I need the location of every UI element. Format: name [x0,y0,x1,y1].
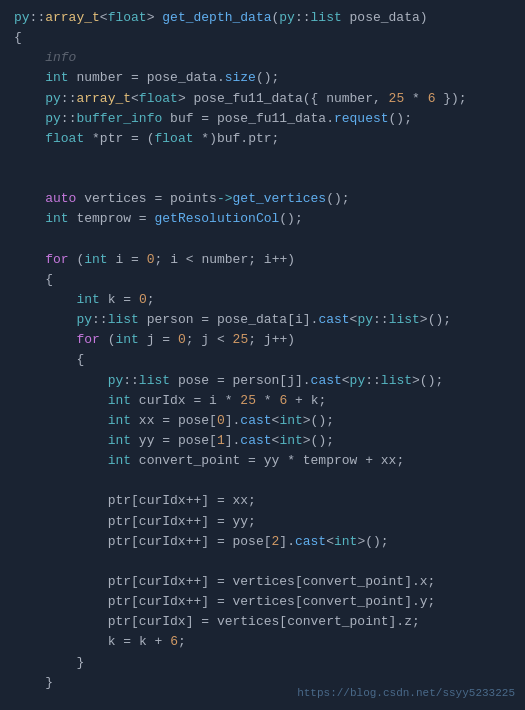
line-content [14,552,515,572]
line-content: int xx = pose[0].cast<int>(); [14,411,515,431]
line-content: auto vertices = points->get_vertices(); [14,189,515,209]
line-content: { [14,270,515,290]
line-content: int convert_point = yy * temprow + xx; [14,451,515,471]
code-line: int curIdx = i * 25 * 6 + k; [0,391,525,411]
code-line [0,230,525,250]
line-content: int curIdx = i * 25 * 6 + k; [14,391,515,411]
code-line [0,471,525,491]
code-line: for (int j = 0; j < 25; j++) [0,330,525,350]
line-content: for (int j = 0; j < 25; j++) [14,330,515,350]
line-content [14,471,515,491]
code-line: } [0,653,525,673]
line-content: py::list person = pose_data[i].cast<py::… [14,310,515,330]
line-content: int temprow = getResolutionCol(); [14,209,515,229]
line-content: ptr[curIdx++] = xx; [14,491,515,511]
code-line: py::list person = pose_data[i].cast<py::… [0,310,525,330]
code-editor: py::array_t<float> get_depth_data(py::li… [0,0,525,710]
line-content [14,230,515,250]
line-content: for (int i = 0; i < number; i++) [14,250,515,270]
code-line: int temprow = getResolutionCol(); [0,209,525,229]
line-content: { [14,28,515,48]
line-content: ptr[curIdx++] = vertices[convert_point].… [14,592,515,612]
code-line: py::list pose = person[j].cast<py::list>… [0,371,525,391]
watermark: https://blog.csdn.net/ssyy5233225 [297,685,515,702]
code-line: float *ptr = (float *)buf.ptr; [0,129,525,149]
line-content [14,149,515,169]
code-line: k = k + 6; [0,632,525,652]
code-line: py::buffer_info buf = pose_fu11_data.req… [0,109,525,129]
code-line: int k = 0; [0,290,525,310]
line-content: py::array_t<float> pose_fu11_data({ numb… [14,89,515,109]
code-line: py::array_t<float> get_depth_data(py::li… [0,8,525,28]
line-content: py::list pose = person[j].cast<py::list>… [14,371,515,391]
code-line: ptr[curIdx] = vertices[convert_point].z; [0,612,525,632]
code-line: for (int i = 0; i < number; i++) [0,250,525,270]
line-content: py::buffer_info buf = pose_fu11_data.req… [14,109,515,129]
line-content: ptr[curIdx] = vertices[convert_point].z; [14,612,515,632]
line-content: k = k + 6; [14,632,515,652]
code-line [0,552,525,572]
line-content: info [14,48,515,68]
code-line: int yy = pose[1].cast<int>(); [0,431,525,451]
code-line: ptr[curIdx++] = yy; [0,512,525,532]
code-line: ptr[curIdx++] = pose[2].cast<int>(); [0,532,525,552]
line-content: ptr[curIdx++] = yy; [14,512,515,532]
code-line: int xx = pose[0].cast<int>(); [0,411,525,431]
code-line: { [0,28,525,48]
code-line: py::array_t<float> pose_fu11_data({ numb… [0,89,525,109]
line-content: py::array_t<float> get_depth_data(py::li… [14,8,515,28]
code-line [0,169,525,189]
code-line: ptr[curIdx++] = vertices[convert_point].… [0,592,525,612]
line-content: float *ptr = (float *)buf.ptr; [14,129,515,149]
line-content: { [14,350,515,370]
code-line: { [0,270,525,290]
line-content: ptr[curIdx++] = vertices[convert_point].… [14,572,515,592]
code-line: ptr[curIdx++] = vertices[convert_point].… [0,572,525,592]
code-line: { [0,350,525,370]
code-line: int convert_point = yy * temprow + xx; [0,451,525,471]
line-content: int k = 0; [14,290,515,310]
code-line: info [0,48,525,68]
code-line [0,149,525,169]
line-content: } [14,653,515,673]
code-line: int number = pose_data.size(); [0,68,525,88]
line-content: int yy = pose[1].cast<int>(); [14,431,515,451]
code-line: auto vertices = points->get_vertices(); [0,189,525,209]
code-line: ptr[curIdx++] = xx; [0,491,525,511]
line-content: ptr[curIdx++] = pose[2].cast<int>(); [14,532,515,552]
line-content: int number = pose_data.size(); [14,68,515,88]
line-content [14,169,515,189]
